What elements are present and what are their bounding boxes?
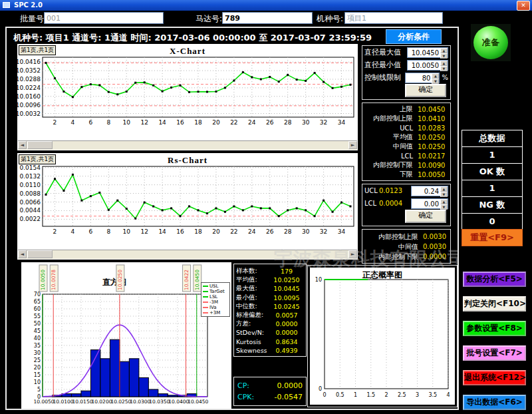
diameter-min-spinner[interactable]: 10.0050 ▲▼: [407, 60, 448, 71]
reset-button[interactable]: 重置<F9>: [462, 229, 523, 246]
data-analysis-button[interactable]: 数据分析<F5>: [463, 272, 526, 287]
svg-text:32: 32: [320, 119, 327, 126]
svg-text:0.0110: 0.0110: [20, 182, 41, 188]
svg-text:20: 20: [212, 228, 220, 235]
x-chart-plot: 24681012141618202224262830323410.041610.…: [17, 44, 358, 141]
x-chart-scroll-thumb[interactable]: [27, 141, 53, 149]
svg-text:10.0416: 10.0416: [17, 59, 41, 65]
svg-text:50: 50: [34, 321, 41, 327]
spin-up-icon[interactable]: ▲: [432, 73, 439, 79]
capability-panel: CP:0.0000 CPK:-0.0547: [233, 377, 307, 406]
rs-confirm-button[interactable]: 确定: [405, 210, 446, 223]
legend-label: -3M: [209, 300, 218, 305]
batch-settings-button[interactable]: 批号设置<F7>: [463, 345, 526, 361]
svg-text:55: 55: [34, 313, 41, 319]
ok-count-label: OK 数: [462, 163, 523, 180]
parameter-settings-button[interactable]: 参数设置<F8>: [463, 321, 526, 336]
svg-text:1.5: 1.5: [366, 392, 375, 398]
svg-text:10.0288: 10.0288: [17, 76, 41, 83]
scroll-left-icon[interactable]: ◄: [18, 250, 27, 258]
spin-down-icon[interactable]: ▼: [440, 66, 448, 71]
limit-value: 10.0050: [418, 171, 445, 178]
diameter-confirm-button[interactable]: 确定: [405, 84, 446, 97]
rs-chart-hscrollbar[interactable]: ◄ ►: [18, 250, 357, 259]
spin-up-icon[interactable]: ▲: [440, 48, 448, 53]
rs-chart-scroll-thumb[interactable]: [27, 250, 53, 258]
svg-text:0: 0: [323, 392, 326, 398]
scroll-right-icon[interactable]: ►: [348, 250, 357, 258]
spin-down-icon[interactable]: ▼: [440, 53, 448, 59]
legend-line-icon: [203, 296, 208, 298]
stat-label: Skewness: [236, 347, 267, 354]
limit-value: 10.0250: [418, 143, 445, 150]
analyze-conditions-button[interactable]: 分析条件: [386, 29, 442, 44]
limit-label: 内部控制上限: [362, 232, 418, 242]
limit-label: UCL: [362, 124, 413, 132]
spin-up-icon[interactable]: ▲: [440, 199, 448, 204]
stat-value: 179: [269, 268, 304, 275]
titlebar[interactable]: SPC 2.0 ✕: [0, 0, 532, 11]
svg-text:24: 24: [248, 228, 256, 235]
export-data-button[interactable]: 导出数据<F6>: [463, 395, 526, 410]
svg-text:10: 10: [34, 379, 41, 385]
diameter-max-label: 直径最大值: [364, 47, 407, 57]
svg-text:14: 14: [158, 119, 166, 126]
machine-label: 机种号:: [317, 13, 343, 25]
stat-label: 最大值:: [236, 284, 257, 293]
limit-value: 0.0000: [423, 253, 446, 260]
spin-up-icon[interactable]: ▲: [440, 61, 448, 66]
scroll-left-icon[interactable]: ◄: [18, 141, 27, 149]
control-limit-spinner[interactable]: 80 ▲▼: [405, 73, 440, 83]
svg-text:32: 32: [320, 228, 327, 235]
x-chart-panel: 第1页,共1页 X-Chart 246810121416182022242628…: [17, 44, 358, 150]
svg-text:70: 70: [34, 292, 41, 298]
svg-text:10.0224: 10.0224: [17, 85, 41, 91]
svg-text:30: 30: [302, 119, 310, 126]
statistics-panel: 样本数:179 平均值:10.0250 最大值:10.0445 最小值:10.0…: [233, 264, 307, 357]
legend-line-icon: [203, 312, 208, 313]
total-data-value: 1: [462, 146, 523, 164]
x-chart-hscrollbar[interactable]: ◄ ►: [18, 140, 357, 150]
rs-lcl-spinner[interactable]: 0.00 ▲▼: [411, 198, 448, 209]
rs-ucl-value: 0.0123: [379, 187, 406, 194]
svg-text:22: 22: [230, 228, 237, 235]
machine-input[interactable]: [344, 12, 443, 24]
stat-label: 中位数:: [236, 302, 257, 311]
limit-value: 10.0090: [418, 162, 445, 169]
scroll-right-icon[interactable]: ►: [348, 141, 357, 149]
spin-down-icon[interactable]: ▼: [440, 204, 448, 210]
svg-text:34: 34: [338, 119, 346, 126]
diameter-max-spinner[interactable]: 10.0450 ▲▼: [407, 47, 448, 58]
percent-suffix: %: [442, 74, 448, 81]
svg-text:28: 28: [284, 119, 292, 126]
diameter-min-label: 直径最小值: [364, 60, 407, 70]
svg-text:4: 4: [71, 228, 75, 235]
ready-button[interactable]: 准备: [473, 26, 508, 59]
judge-close-button[interactable]: 判定关闭<F10>: [463, 296, 526, 311]
spin-down-icon[interactable]: ▼: [440, 192, 448, 197]
stat-label: StDev/N:: [236, 329, 264, 336]
svg-text:26: 26: [266, 119, 274, 126]
counters-table: 总数据 1 OK 数 1 NG 数 0: [462, 130, 523, 230]
rs-ucl-spinner[interactable]: 0.24 ▲▼: [411, 186, 448, 196]
svg-text:0.0088: 0.0088: [20, 190, 41, 197]
normal-probability-panel: 正态概率图 00.511.522.533.54010: [307, 265, 458, 407]
legend-label: USL: [209, 284, 218, 289]
exit-system-button[interactable]: 退出系统<F12>: [463, 370, 526, 385]
limit-label: 上限: [362, 104, 413, 114]
spin-down-icon[interactable]: ▼: [432, 79, 439, 84]
spin-up-icon[interactable]: ▲: [440, 186, 448, 192]
cp-value: 0.0000: [277, 381, 303, 390]
legend-label: IVa: [209, 305, 217, 310]
batch-input[interactable]: [44, 12, 164, 24]
svg-text:20: 20: [34, 365, 41, 371]
svg-text:10.0422: 10.0422: [184, 270, 190, 290]
motor-input[interactable]: [222, 12, 313, 24]
histogram-plot: 051015202530354045505560657010.005010.01…: [21, 262, 231, 409]
svg-text:10.0160: 10.0160: [17, 93, 41, 100]
histogram-legend: USL TarGet LSL -3M IVa +3M: [201, 282, 230, 317]
close-icon[interactable]: ✕: [517, 1, 530, 11]
svg-text:2: 2: [384, 392, 388, 398]
svg-text:22: 22: [230, 119, 237, 126]
rs-internal-limits-group: 内部控制上限0.0030 中间值0.0030 内部控制下限0.0000: [362, 229, 451, 264]
